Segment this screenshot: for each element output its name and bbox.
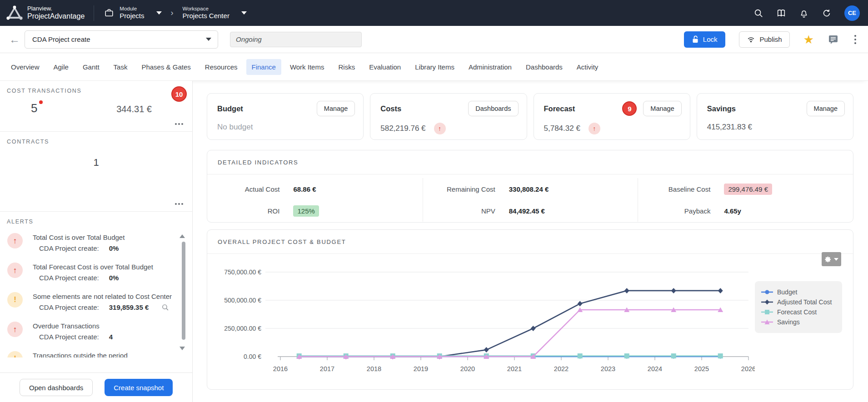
contracts-count: 1 [0,157,192,169]
alerts-title: ALERTS [0,212,192,225]
card-forecast: Forecast9Manage5,784.32 €↑ [534,93,690,140]
tab-finance[interactable]: Finance [246,59,281,75]
card-costs: CostsDashboards582,219.76 €↑ [370,93,527,140]
scroll-up-arrow[interactable] [180,234,185,238]
alert-search-icon[interactable] [161,303,169,311]
project-status: Ongoing [236,35,262,43]
marker-diamond [531,326,536,331]
tab-work-items[interactable]: Work Items [284,59,330,75]
tab-library-items[interactable]: Library Items [409,59,460,75]
project-select[interactable]: CDA Project create [25,30,218,49]
indicator-label: NPV [423,207,509,215]
tab-task[interactable]: Task [108,59,133,75]
marker-square [718,353,723,358]
planview-logo[interactable]: Planview. ProjectAdvantage [0,5,85,20]
legend-label: Savings [777,318,800,326]
card-budget-value: No budget [217,123,253,132]
x-tick-label: 2026 [741,365,755,372]
marker-square [671,353,676,358]
publish-broadcast-icon [747,36,755,43]
project-status-field[interactable]: Ongoing [230,32,362,47]
alerts-list: ↑Total Cost is over Total BudgetCDA Proj… [0,230,192,357]
legend-budget: Budget [761,287,836,297]
tab-overview[interactable]: Overview [5,59,45,75]
publish-button[interactable]: Publish [739,31,789,48]
card-budget-title: Budget [217,104,317,113]
legend-marker-diamond [761,299,773,305]
create-snapshot-button[interactable]: Create snapshot [105,379,173,396]
indicator-label: Baseline Cost [638,185,724,193]
legend-marker-circle [761,289,773,295]
contracts-menu[interactable] [173,201,185,207]
alert-detail-value: 319,859.35 € [109,303,149,311]
card-savings-manage-button[interactable]: Manage [807,101,845,116]
marker-diamond [578,301,583,306]
card-forecast-badge: 9 [622,101,637,116]
planview-triangle-icon [6,5,23,20]
lock-button[interactable]: Lock [684,31,726,48]
chart-settings-button[interactable] [822,252,841,266]
alert-critical-arrow-icon: ↑ [7,233,23,248]
back-arrow-icon[interactable]: ← [9,33,20,46]
tab-activity[interactable]: Activity [571,59,604,75]
alert-total-cost-is-over-total-budget: ↑Total Cost is over Total BudgetCDA Proj… [0,230,192,260]
cost-transactions-amount: 344.31 € [116,104,152,114]
more-options-kebab-icon[interactable] [853,33,858,46]
open-dashboards-button[interactable]: Open dashboards [20,379,93,396]
workspace-caret-icon [241,11,247,15]
alert-detail: CDA Project create:0% [33,271,153,282]
indicator-remaining-cost: Remaining Cost330,808.24 € [423,178,638,200]
alert-total-forecast-cost-is-over-total-budget: ↑Total Forecast Cost is over Total Budge… [0,260,192,289]
card-savings-value: 415,231.83 € [707,123,752,132]
alerts-scrollbar-thumb[interactable] [182,242,185,340]
alert-detail: CDA Project create:319,859.35 € [33,300,172,311]
tab-evaluation[interactable]: Evaluation [364,59,406,75]
notifications-bell-icon[interactable] [799,8,809,18]
tab-dashboards[interactable]: Dashboards [520,59,568,75]
cost-transactions-section: COST TRANSACTIONS 10 5 344.31 € [0,81,192,132]
alert-title: Overdue Transactions [33,321,113,330]
y-tick-label: 0.00 € [244,353,261,360]
breadcrumb-chevron-icon: › [171,8,174,18]
unlocked-padlock-icon [692,35,699,43]
alert-critical-arrow-icon: ↑ [7,322,23,337]
user-avatar[interactable]: CE [844,5,860,21]
indicator-baseline-cost: Baseline Cost299,476.49 € [638,178,853,200]
x-tick-label: 2025 [694,365,709,372]
indicator-value: 330,808.24 € [509,185,549,193]
scroll-down-arrow[interactable] [180,347,185,350]
tab-administration[interactable]: Administration [463,59,517,75]
card-budget-manage-button[interactable]: Manage [317,101,355,116]
favorite-star-icon[interactable]: ★ [803,34,814,45]
search-icon[interactable] [753,8,763,18]
cost-transactions-menu[interactable] [173,121,185,127]
workspace-selector[interactable]: Workspace Projects Center [183,6,247,20]
cost-budget-chart: 0.00 €250,000.00 €500,000.00 €750,000.00… [214,257,755,388]
project-caret-icon [206,38,211,41]
module-selector[interactable]: Module Projects [104,6,161,20]
overall-cost-budget-panel: OVERALL PROJECT COST & BUDGET 0.00 €250,… [207,229,853,390]
x-tick-label: 2018 [367,365,381,372]
marker-square [578,353,583,358]
legend-savings: Savings [761,317,836,327]
refresh-icon[interactable] [822,8,832,18]
marker-diamond [484,347,489,352]
comments-feed-icon[interactable] [828,34,839,45]
legend-marker-triangle [761,319,773,325]
alert-warning-icon: ! [7,351,23,357]
cost-transactions-title: COST TRANSACTIONS [0,81,192,94]
contracts-section: CONTRACTS 1 [0,132,192,212]
tab-agile[interactable]: Agile [48,59,74,75]
cost-transactions-count: 5 [31,101,37,115]
tab-gantt[interactable]: Gantt [77,59,105,75]
tab-phases-gates[interactable]: Phases & Gates [136,59,196,75]
card-forecast-manage-button[interactable]: Manage [643,101,681,116]
card-costs-dashboards-button[interactable]: Dashboards [468,101,518,116]
marker-diamond [718,288,723,293]
tab-resources[interactable]: Resources [200,59,243,75]
documentation-book-icon[interactable] [776,8,786,18]
indicator-payback: Payback4.65y [638,200,853,222]
tab-risks[interactable]: Risks [333,59,360,75]
legend-label: Forecast Cost [777,308,817,316]
indicator-actual-cost: Actual Cost68.86 € [207,178,423,200]
